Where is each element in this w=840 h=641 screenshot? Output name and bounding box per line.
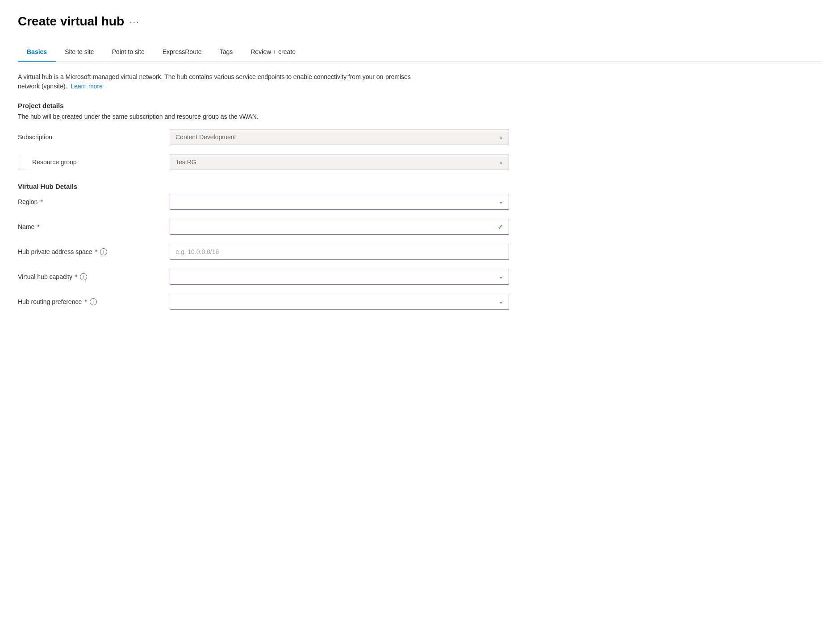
region-control: ⌄ xyxy=(170,194,509,210)
resource-group-value: TestRG xyxy=(176,158,196,166)
hub-capacity-chevron-icon: ⌄ xyxy=(499,274,503,280)
hub-address-input[interactable] xyxy=(170,244,509,260)
hub-address-label: Hub private address space * i xyxy=(18,248,170,255)
tab-review-create[interactable]: Review + create xyxy=(242,43,305,62)
virtual-hub-details-section: Virtual Hub Details Region * ⌄ Name * ✓ xyxy=(18,183,822,310)
project-details-section: Project details The hub will be created … xyxy=(18,102,822,170)
hub-capacity-required-star: * xyxy=(75,273,77,280)
hub-routing-chevron-icon: ⌄ xyxy=(499,299,503,305)
hub-private-address-space-row: Hub private address space * i xyxy=(18,244,822,260)
description-text: A virtual hub is a Microsoft-managed vir… xyxy=(18,72,420,91)
subscription-row: Subscription Content Development ⌄ xyxy=(18,129,822,145)
subscription-dropdown: Content Development ⌄ xyxy=(170,129,509,145)
name-input[interactable]: ✓ xyxy=(170,219,509,235)
resource-group-row: Resource group TestRG ⌄ xyxy=(18,154,822,170)
hub-routing-preference-row: Hub routing preference * i ⌄ xyxy=(18,294,822,310)
region-dropdown[interactable]: ⌄ xyxy=(170,194,509,210)
hub-capacity-label: Virtual hub capacity * i xyxy=(18,273,170,280)
tab-tags[interactable]: Tags xyxy=(211,43,242,62)
virtual-hub-details-header: Virtual Hub Details xyxy=(18,183,822,190)
hub-address-info-icon[interactable]: i xyxy=(100,248,107,255)
more-options-button[interactable]: ··· xyxy=(130,17,140,27)
indent-decoration xyxy=(18,154,27,170)
name-label: Name * xyxy=(18,223,170,230)
tab-point-to-site[interactable]: Point to site xyxy=(103,43,154,62)
region-chevron-icon: ⌄ xyxy=(499,199,503,205)
hub-capacity-info-icon[interactable]: i xyxy=(80,273,87,280)
virtual-hub-capacity-row: Virtual hub capacity * i ⌄ xyxy=(18,269,822,285)
subscription-label: Subscription xyxy=(18,133,170,141)
region-row: Region * ⌄ xyxy=(18,194,822,210)
resource-group-control: TestRG ⌄ xyxy=(170,154,509,170)
tab-basics[interactable]: Basics xyxy=(18,43,56,62)
hub-routing-info-icon[interactable]: i xyxy=(90,298,97,305)
region-label: Region * xyxy=(18,198,170,205)
tab-bar: Basics Site to site Point to site Expres… xyxy=(18,43,822,62)
hub-routing-label: Hub routing preference * i xyxy=(18,298,170,305)
name-check-icon: ✓ xyxy=(497,223,503,231)
learn-more-link[interactable]: Learn more xyxy=(71,83,103,90)
hub-capacity-control: ⌄ xyxy=(170,269,509,285)
name-required-star: * xyxy=(37,223,39,230)
subscription-control: Content Development ⌄ xyxy=(170,129,509,145)
hub-address-control xyxy=(170,244,509,260)
region-required-star: * xyxy=(40,198,42,205)
hub-routing-required-star: * xyxy=(84,298,87,305)
name-control: ✓ xyxy=(170,219,509,235)
hub-address-required-star: * xyxy=(95,248,97,255)
resource-group-label: Resource group xyxy=(32,158,170,166)
tab-expressroute[interactable]: ExpressRoute xyxy=(154,43,211,62)
page-title: Create virtual hub xyxy=(18,14,124,29)
resource-group-dropdown: TestRG ⌄ xyxy=(170,154,509,170)
subscription-value: Content Development xyxy=(176,133,236,141)
hub-capacity-dropdown[interactable]: ⌄ xyxy=(170,269,509,285)
hub-routing-control: ⌄ xyxy=(170,294,509,310)
tab-site-to-site[interactable]: Site to site xyxy=(56,43,103,62)
project-details-header: Project details xyxy=(18,102,822,109)
subscription-chevron-icon: ⌄ xyxy=(499,134,503,140)
name-row: Name * ✓ xyxy=(18,219,822,235)
project-details-desc: The hub will be created under the same s… xyxy=(18,113,822,120)
hub-routing-dropdown[interactable]: ⌄ xyxy=(170,294,509,310)
resource-group-chevron-icon: ⌄ xyxy=(499,159,503,165)
